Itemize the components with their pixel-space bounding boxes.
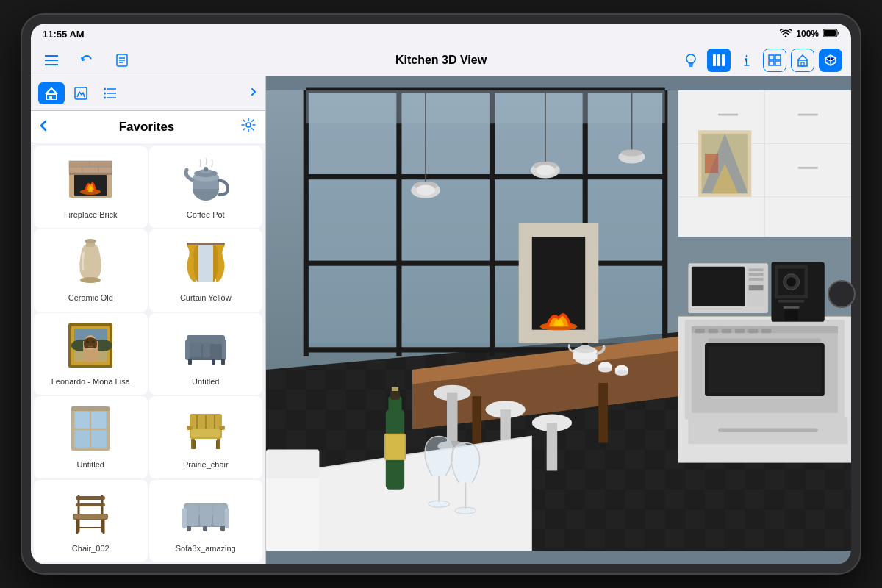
svg-point-62 xyxy=(83,355,98,362)
svg-rect-78 xyxy=(75,412,90,429)
svg-rect-36 xyxy=(82,167,98,173)
cube-button[interactable] xyxy=(819,49,842,72)
coffee-pot-label: Coffee Pot xyxy=(187,209,225,220)
prairie-chair-label: Prairie_chair xyxy=(183,459,229,470)
house-button[interactable] xyxy=(791,49,814,72)
svg-rect-191 xyxy=(692,267,745,306)
svg-rect-108 xyxy=(213,505,226,526)
item-curtain-yellow[interactable]: Curtain Yellow xyxy=(149,229,263,311)
item-coffee-pot[interactable]: Coffee Pot xyxy=(149,146,263,228)
sofa3x-image xyxy=(179,486,232,539)
fireplace-brick-image xyxy=(64,152,117,205)
items-grid: Fireplace Brick xyxy=(31,143,265,564)
floorplan-button[interactable] xyxy=(763,49,786,72)
svg-rect-230 xyxy=(392,387,398,390)
sidebar-more-btn[interactable] xyxy=(249,86,258,101)
svg-rect-107 xyxy=(200,505,212,526)
favorites-settings-btn[interactable] xyxy=(240,117,257,137)
status-icons: 100% xyxy=(780,29,839,40)
svg-rect-113 xyxy=(203,526,207,531)
svg-rect-217 xyxy=(778,300,805,303)
svg-rect-97 xyxy=(76,496,105,500)
svg-rect-187 xyxy=(798,167,818,169)
item-ceramic-old[interactable]: Ceramic Old xyxy=(34,229,148,311)
svg-rect-82 xyxy=(71,406,110,411)
svg-rect-232 xyxy=(386,435,404,459)
svg-point-48 xyxy=(85,239,96,243)
battery-icon xyxy=(823,29,839,40)
lightbulb-button[interactable] xyxy=(679,49,703,72)
svg-rect-72 xyxy=(212,359,215,365)
svg-point-176 xyxy=(598,367,612,372)
home-button[interactable] xyxy=(828,280,856,308)
item-chair-002[interactable]: Chair_002 xyxy=(34,480,148,562)
sidebar-title: Favorites xyxy=(53,120,240,135)
back-button[interactable] xyxy=(40,118,47,135)
item-untitled-sofa[interactable]: Untitled xyxy=(149,313,263,395)
svg-rect-111 xyxy=(187,526,191,531)
svg-point-156 xyxy=(621,150,642,157)
svg-rect-19 xyxy=(798,60,807,66)
svg-rect-91 xyxy=(193,440,196,449)
svg-rect-34 xyxy=(90,161,112,167)
document-button[interactable] xyxy=(110,49,134,72)
untitled-window-label: Untitled xyxy=(77,459,104,470)
tab-draw[interactable] xyxy=(68,82,94,104)
tab-house[interactable] xyxy=(38,82,65,104)
tablet-frame: 11:55 AM 100% xyxy=(22,15,860,573)
toolbar-title: Kitchen 3D View xyxy=(395,54,487,67)
item-prairie-chair[interactable]: Prairie_chair xyxy=(149,396,263,478)
svg-rect-207 xyxy=(735,329,745,333)
svg-rect-1 xyxy=(824,30,836,36)
svg-point-179 xyxy=(615,370,628,376)
svg-point-28 xyxy=(104,93,106,95)
svg-rect-193 xyxy=(749,268,764,271)
svg-rect-50 xyxy=(187,243,225,245)
svg-rect-68 xyxy=(203,343,210,357)
wifi-icon xyxy=(780,29,792,40)
svg-rect-224 xyxy=(705,154,718,173)
svg-point-236 xyxy=(455,507,476,514)
svg-rect-15 xyxy=(769,55,774,60)
library-button[interactable] xyxy=(707,49,731,72)
svg-rect-110 xyxy=(225,508,229,528)
svg-rect-144 xyxy=(532,237,585,330)
svg-rect-194 xyxy=(749,273,764,276)
toolbar: Kitchen 3D View xyxy=(31,44,851,76)
info-button[interactable] xyxy=(735,49,759,72)
battery-percent: 100% xyxy=(796,29,819,39)
svg-rect-161 xyxy=(598,383,608,442)
menu-button[interactable] xyxy=(40,49,63,72)
sidebar: Favorites xyxy=(31,76,266,564)
svg-point-27 xyxy=(104,88,106,90)
chair-002-image xyxy=(64,486,117,539)
item-mona-lisa[interactable]: Leonardo - Mona Lisa xyxy=(34,313,148,395)
sidebar-tabs xyxy=(31,76,265,111)
svg-point-234 xyxy=(429,501,450,507)
svg-rect-11 xyxy=(717,54,720,66)
svg-rect-106 xyxy=(185,505,198,526)
svg-rect-40 xyxy=(69,173,112,175)
curtain-yellow-label: Curtain Yellow xyxy=(180,293,232,303)
svg-rect-88 xyxy=(191,429,220,437)
untitled-window-image xyxy=(64,402,117,455)
undo-button[interactable] xyxy=(75,49,98,72)
item-sofa3x[interactable]: Sofa3x_amazing xyxy=(149,480,263,562)
svg-rect-112 xyxy=(220,526,225,531)
svg-rect-219 xyxy=(785,310,798,320)
tablet-screen: 11:55 AM 100% xyxy=(31,24,851,564)
svg-rect-102 xyxy=(74,514,107,519)
item-untitled-window[interactable]: Untitled xyxy=(34,396,148,478)
ceramic-old-label: Ceramic Old xyxy=(68,293,113,303)
svg-point-153 xyxy=(536,165,554,175)
svg-rect-205 xyxy=(709,329,719,333)
tab-list[interactable] xyxy=(97,82,123,104)
status-time: 11:55 AM xyxy=(43,29,85,40)
svg-rect-195 xyxy=(749,278,764,281)
svg-rect-141 xyxy=(588,266,662,347)
svg-rect-92 xyxy=(216,440,219,449)
svg-rect-237 xyxy=(266,476,319,551)
item-fireplace-brick[interactable]: Fireplace Brick xyxy=(34,146,148,228)
svg-rect-202 xyxy=(709,346,822,392)
status-bar: 11:55 AM 100% xyxy=(31,24,851,44)
